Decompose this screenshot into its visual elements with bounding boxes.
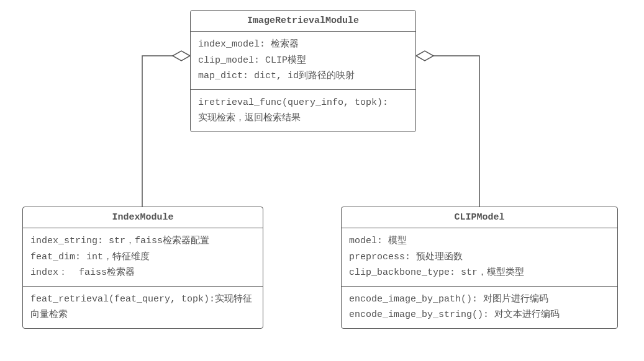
- method-row: encode_image_by_path(): 对图片进行编码: [349, 292, 610, 308]
- class-methods: iretrieval_func(query_info, topk): 实现检索，…: [191, 90, 415, 131]
- class-methods: encode_image_by_path(): 对图片进行编码 encode_i…: [342, 287, 617, 328]
- method-row: 实现检索，返回检索结果: [198, 110, 408, 127]
- class-title: IndexModule: [23, 207, 263, 228]
- attr-row: index_string: str，faiss检索器配置: [30, 233, 255, 249]
- attr-row: map_dict: dict, id到路径的映射: [198, 68, 408, 84]
- class-title: CLIPModel: [342, 207, 617, 228]
- attr-row: index_model: 检索器: [198, 37, 408, 53]
- aggregation-right-icon: [416, 51, 479, 207]
- class-image-retrieval-module: ImageRetrievalModule index_model: 检索器 cl…: [190, 10, 416, 132]
- class-methods: feat_retrieval(feat_query, topk):实现特征向量检…: [23, 287, 263, 328]
- class-clip-model: CLIPModel model: 模型 preprocess: 预处理函数 cl…: [341, 207, 618, 329]
- attr-row: model: 模型: [349, 233, 610, 249]
- method-row: feat_retrieval(feat_query, topk):实现特征向量检…: [30, 292, 255, 323]
- class-index-module: IndexModule index_string: str，faiss检索器配置…: [22, 207, 263, 329]
- attr-row: clip_backbone_type: str，模型类型: [349, 265, 610, 281]
- attr-row: preprocess: 预处理函数: [349, 249, 610, 265]
- class-attributes: model: 模型 preprocess: 预处理函数 clip_backbon…: [342, 228, 617, 287]
- method-row: encode_image_by_string(): 对文本进行编码: [349, 307, 610, 323]
- attr-row: clip_model: CLIP模型: [198, 53, 408, 69]
- svg-marker-0: [173, 51, 190, 61]
- aggregation-left-icon: [142, 51, 190, 207]
- svg-marker-1: [416, 51, 433, 61]
- class-attributes: index_model: 检索器 clip_model: CLIP模型 map_…: [191, 32, 415, 90]
- method-row: iretrieval_func(query_info, topk):: [198, 95, 408, 111]
- attr-row: feat_dim: int，特征维度: [30, 249, 255, 265]
- attr-row: index： faiss检索器: [30, 265, 255, 281]
- class-attributes: index_string: str，faiss检索器配置 feat_dim: i…: [23, 228, 263, 287]
- class-title: ImageRetrievalModule: [191, 11, 415, 32]
